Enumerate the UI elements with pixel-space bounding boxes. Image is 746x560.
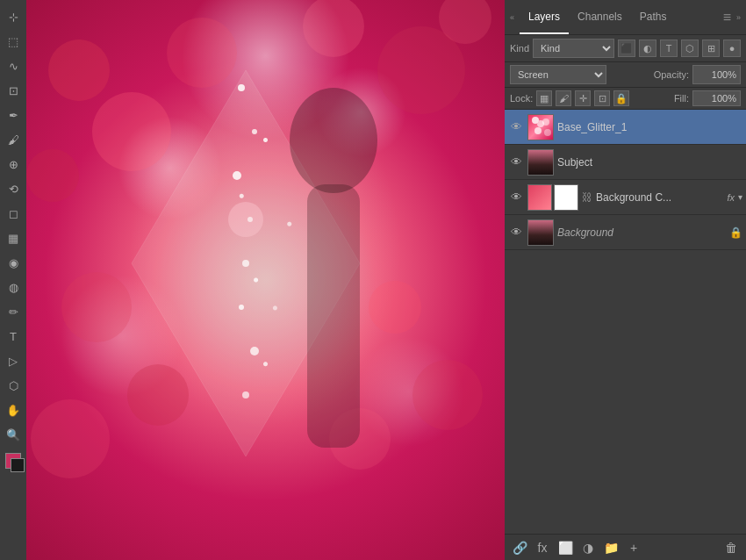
canvas-area: ⊹ ⬚ ∿ ⊡ ✒ 🖌 ⊕ ⟲ ◻ ▦ ◉ ◍ ✏ T ▷ ⬡ ✋ 🔍 xyxy=(0,0,505,560)
lock-all-btn[interactable]: 🔒 xyxy=(613,90,629,106)
layer-item-background-copy[interactable]: 👁 ⛓ Background C... fx ▾ xyxy=(505,180,746,215)
tool-eraser[interactable]: ◻ xyxy=(4,204,23,223)
lock-transform-btn[interactable]: ✛ xyxy=(575,90,591,106)
fill-label: Fill: xyxy=(674,93,689,104)
tool-pen[interactable]: ✏ xyxy=(4,302,23,321)
lock-brush-btn[interactable]: 🖌 xyxy=(556,90,571,106)
opacity-label: Opacity: xyxy=(654,69,689,80)
tab-layers[interactable]: Layers xyxy=(520,0,569,34)
tool-history[interactable]: ⟲ xyxy=(4,179,23,198)
layer-item-subject[interactable]: 👁 Subject xyxy=(505,145,746,180)
right-panel: « Layers Channels Paths ≡ » Kind Kind ⬛ … xyxy=(505,0,746,560)
layer-lock-icon: 🔒 xyxy=(729,226,742,239)
layer-fx-icon[interactable]: fx xyxy=(727,192,735,203)
layer-list: 👁 Base_Glitter_1 👁 Subject 👁 xyxy=(505,110,746,322)
panel-header: « Layers Channels Paths ≡ » xyxy=(505,0,746,35)
tool-gradient[interactable]: ▦ xyxy=(4,228,23,248)
new-adjustment-btn[interactable]: ◑ xyxy=(578,538,598,557)
tool-blur[interactable]: ◉ xyxy=(4,253,23,272)
lock-artboard-btn[interactable]: ⊡ xyxy=(594,90,610,106)
layer-item-base-glitter[interactable]: 👁 Base_Glitter_1 xyxy=(505,110,746,145)
layer-name-subject: Subject xyxy=(557,156,742,169)
new-group-btn[interactable]: 📁 xyxy=(601,538,620,557)
tool-hand[interactable]: ✋ xyxy=(4,400,23,420)
tool-type[interactable]: T xyxy=(4,327,23,346)
layer-thumb-bg-copy-mask xyxy=(554,184,578,211)
add-mask-btn[interactable]: ⬜ xyxy=(556,538,575,557)
new-layer-btn[interactable]: + xyxy=(624,538,643,557)
layer-style-btn[interactable]: fx xyxy=(533,538,552,557)
selected-filter-btn[interactable]: ● xyxy=(723,39,741,57)
layer-list-spacer xyxy=(505,322,746,535)
lock-label: Lock: xyxy=(510,93,533,104)
eye-btn-base-glitter[interactable]: 👁 xyxy=(508,119,524,135)
adjustment-filter-btn[interactable]: ◐ xyxy=(639,39,656,57)
layer-thumb-background xyxy=(527,219,554,246)
tool-move[interactable]: ⊹ xyxy=(4,7,23,26)
lock-checkerboard-btn[interactable]: ▦ xyxy=(536,90,552,106)
eye-btn-background-copy[interactable]: 👁 xyxy=(508,190,524,205)
layer-thumb-base-glitter xyxy=(527,114,554,140)
layer-expand-icon[interactable]: ▾ xyxy=(738,192,742,202)
foreground-color[interactable] xyxy=(5,453,21,469)
panel-menu-icon[interactable]: ≡ xyxy=(723,10,731,25)
eye-btn-subject[interactable]: 👁 xyxy=(508,154,524,170)
eye-btn-background[interactable]: 👁 xyxy=(508,225,524,241)
layer-name-base-glitter: Base_Glitter_1 xyxy=(557,121,742,133)
kind-label: Kind xyxy=(510,43,529,54)
opacity-input[interactable] xyxy=(692,65,741,84)
kind-select[interactable]: Kind xyxy=(533,39,614,58)
layer-dual-thumb-background-copy xyxy=(527,184,578,211)
delete-layer-btn[interactable]: 🗑 xyxy=(721,538,741,557)
tool-eyedropper[interactable]: ✒ xyxy=(4,105,23,125)
pixel-filter-btn[interactable]: ⬛ xyxy=(618,39,635,57)
layer-thumb-bg-copy-color xyxy=(527,184,552,211)
collapse-left-icon[interactable]: « xyxy=(510,13,514,22)
layer-chain-icon: ⛓ xyxy=(582,191,592,204)
tool-select[interactable]: ⬚ xyxy=(4,32,23,51)
left-toolbar: ⊹ ⬚ ∿ ⊡ ✒ 🖌 ⊕ ⟲ ◻ ▦ ◉ ◍ ✏ T ▷ ⬡ ✋ 🔍 xyxy=(0,0,26,560)
tool-clone[interactable]: ⊕ xyxy=(4,154,23,174)
tool-dodge[interactable]: ◍ xyxy=(4,277,23,297)
tool-lasso[interactable]: ∿ xyxy=(4,56,23,75)
canvas-image xyxy=(26,0,505,560)
tool-shape[interactable]: ⬡ xyxy=(4,376,23,395)
tool-path[interactable]: ▷ xyxy=(4,351,23,370)
tool-crop[interactable]: ⊡ xyxy=(4,81,23,100)
smartobj-filter-btn[interactable]: ⊞ xyxy=(702,39,720,57)
opacity-row: Opacity: xyxy=(654,65,741,84)
type-filter-btn[interactable]: T xyxy=(660,39,678,57)
layer-name-background-copy: Background C... xyxy=(596,191,723,204)
tool-zoom[interactable]: 🔍 xyxy=(4,425,23,444)
collapse-right-icon[interactable]: » xyxy=(736,13,741,22)
panel-tabs: Layers Channels Paths xyxy=(520,0,675,34)
shape-filter-btn[interactable]: ⬡ xyxy=(681,39,699,57)
fill-input[interactable] xyxy=(692,90,741,106)
layers-bottom-toolbar: 🔗 fx ⬜ ◑ 📁 + 🗑 xyxy=(505,534,746,560)
glitter-overlay xyxy=(26,0,505,560)
tab-paths[interactable]: Paths xyxy=(631,0,676,34)
link-layers-btn[interactable]: 🔗 xyxy=(510,538,529,557)
lock-row: Lock: ▦ 🖌 ✛ ⊡ 🔒 Fill: xyxy=(505,88,746,110)
blend-row: Screen Opacity: xyxy=(505,62,746,88)
layer-name-background: Background xyxy=(557,226,726,239)
tab-channels[interactable]: Channels xyxy=(569,0,631,34)
tool-brush[interactable]: 🖌 xyxy=(4,130,23,149)
blend-mode-select[interactable]: Screen xyxy=(510,65,606,84)
layers-kind-toolbar: Kind Kind ⬛ ◐ T ⬡ ⊞ ● xyxy=(505,35,746,62)
layer-item-background[interactable]: 👁 Background 🔒 xyxy=(505,215,746,250)
layer-thumb-subject xyxy=(527,149,554,176)
